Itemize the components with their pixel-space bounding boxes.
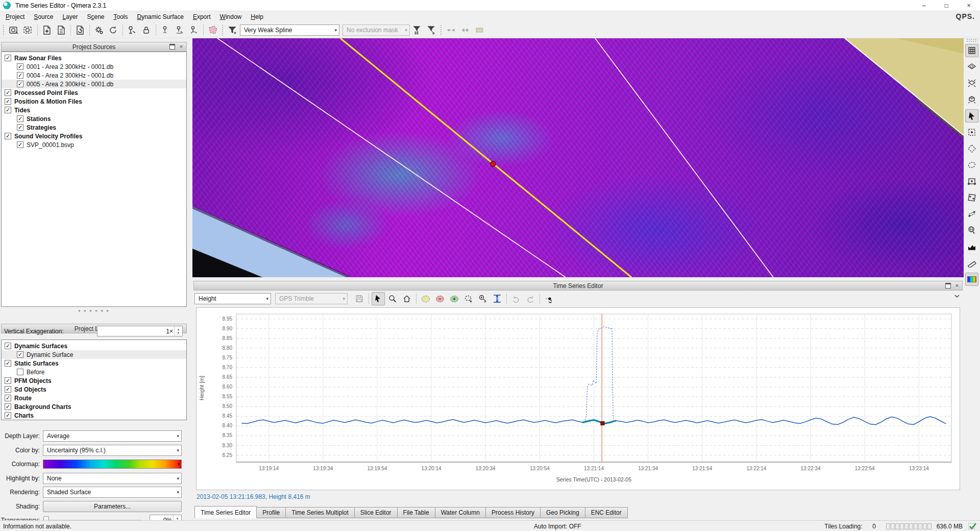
menu-item-source[interactable]: Source [29,12,58,21]
tree-row[interactable]: ✓Charts [2,411,186,420]
lock-svp-button[interactable] [140,23,153,37]
spline-preset-combo[interactable]: Very Weak Spline ▾ [240,25,339,36]
close-panel-icon[interactable]: × [178,44,184,50]
fit-vertical-button[interactable] [491,292,504,305]
depthlayer-combo[interactable]: Average▾ [43,430,182,442]
float-panel-icon[interactable] [169,44,175,50]
minimize-button[interactable]: – [913,0,935,11]
menu-item-export[interactable]: Export [188,12,215,21]
tse-header[interactable]: Time Series Editor × [193,281,963,291]
spinner-arrows[interactable]: ▲▼ [174,326,182,336]
add-processed-points-button[interactable] [55,23,68,37]
mask-swatch-button[interactable] [473,23,486,37]
scene-capture-area-button[interactable] [21,23,35,37]
tree-row[interactable]: ✓PFM Objects [2,376,186,385]
pick-polygon-button[interactable] [187,23,201,37]
tree-row[interactable]: ✓Dynamic Surfaces [2,342,186,350]
pointer-tool-button[interactable] [372,292,385,305]
perspective-view-button[interactable] [965,93,978,106]
pick-point-button[interactable] [159,23,172,37]
reset-view-button[interactable] [400,292,413,305]
reload-files-button[interactable] [74,23,87,37]
close-button[interactable]: × [958,0,980,11]
checkbox[interactable]: ✓ [5,133,11,139]
tab-time-series-multiplot[interactable]: Time Series Multiplot [286,507,355,518]
checkbox[interactable]: ✓ [5,360,11,367]
tree-row[interactable]: ✓SVP_00001.bsvp [2,140,186,149]
svp-editor-button[interactable] [126,23,139,37]
vertical-exaggeration-input[interactable]: 1× ▲▼ [97,326,183,336]
save-button[interactable] [353,292,366,305]
tab-file-table[interactable]: File Table [398,507,435,518]
tab-enc-editor[interactable]: ENC Editor [585,507,628,518]
shading-parameters-button[interactable]: Parameters... [43,501,182,512]
checkbox[interactable]: ✓ [5,412,11,419]
checkbox[interactable] [17,369,23,375]
menu-item-layer[interactable]: Layer [58,12,82,21]
close-panel-icon[interactable]: × [954,283,960,289]
edit-rect-button[interactable] [965,175,978,188]
colorby-combo[interactable]: Uncertainty (95% c.l.)▾ [43,445,182,456]
select-cursor-button[interactable] [965,109,978,123]
tree-row[interactable]: ✓0004 - Area 2 300kHz - 0001.db [2,71,186,80]
checkbox[interactable]: ✓ [17,351,23,358]
lasso-select-button[interactable] [462,292,475,305]
checkbox[interactable]: ✓ [5,55,11,61]
maximize-button[interactable]: □ [935,0,958,11]
menu-item-dynamic-surface[interactable]: Dynamic Surface [133,12,188,21]
checkbox[interactable]: ✓ [17,81,23,87]
colormap-editor-button[interactable] [965,273,978,286]
checkbox[interactable]: ✓ [5,343,11,349]
checkbox[interactable]: ✓ [17,63,23,70]
checkbox[interactable]: ✓ [5,403,11,410]
checkbox[interactable]: ✓ [5,107,11,113]
tree-row[interactable]: ✓0005 - Area 2 300kHz - 0001.db [2,80,186,88]
edit-polygon-button[interactable] [965,191,978,204]
checkbox[interactable]: ✓ [5,89,11,96]
tab-water-column[interactable]: Water Column [435,507,486,518]
tree-row[interactable]: ✓Stations [2,114,186,123]
tree-row[interactable]: ✓Raw Sonar Files [2,54,186,62]
project-sources-header[interactable]: Project Sources × [1,42,187,52]
select-rect-button[interactable] [965,126,978,139]
pick-mode-button[interactable] [543,292,556,305]
rendering-combo[interactable]: Shaded Surface▾ [43,487,182,498]
tse-chart[interactable]: 13:19:1413:19:3413:19:5413:20:1413:20:34… [196,307,960,490]
highlightby-combo[interactable]: None▾ [43,473,182,484]
zoom-select-button[interactable] [476,292,489,305]
checkbox[interactable]: ✓ [5,98,11,105]
checkbox[interactable]: ✓ [5,377,11,384]
tree-row[interactable]: Before [2,368,186,376]
checkbox[interactable]: ✓ [5,386,11,393]
checkbox[interactable]: ✓ [17,72,23,79]
processing-settings-button[interactable] [92,23,106,37]
collapse-panel-button[interactable] [953,293,961,300]
sensor-combo[interactable]: GPS Trimble ▾ [275,293,348,304]
filter-profile-button[interactable] [226,23,239,37]
slice-link-button[interactable] [445,23,458,37]
checkbox[interactable]: ✓ [17,141,23,148]
filter-grid-button[interactable] [410,23,424,37]
tree-row[interactable]: ✓Dynamic Surface [2,350,186,359]
accept-soundings-button[interactable] [419,292,432,305]
reprocess-button[interactable] [107,23,120,37]
series-combo[interactable]: Height ▾ [194,293,271,304]
histogram-button[interactable] [965,240,978,253]
dynamic-surface-button[interactable] [206,23,219,37]
tree-row[interactable]: ✓Background Charts [2,402,186,411]
menu-item-project[interactable]: Project [1,12,29,21]
zoom-tool-button[interactable] [386,292,399,305]
reject-soundings-button[interactable]: − [433,292,447,305]
filter-selection-button[interactable] [425,23,438,37]
ruler-button[interactable] [965,256,978,270]
tree-row[interactable]: ✓Sound Velocity Profiles [2,132,186,140]
tree-row[interactable]: ✓Position & Motion Files [2,97,186,106]
grid-view-button[interactable] [965,44,978,57]
tab-profile[interactable]: Profile [257,507,286,518]
tab-slice-editor[interactable]: Slice Editor [355,507,398,518]
float-panel-icon[interactable] [945,283,951,288]
tree-row[interactable]: ✓Sd Objects [2,385,186,394]
pick-line-button[interactable] [173,23,186,37]
tree-row[interactable]: ✓Static Surfaces [2,359,186,368]
panel-splitter[interactable]: ● ● ● ● ● ● [0,308,188,313]
